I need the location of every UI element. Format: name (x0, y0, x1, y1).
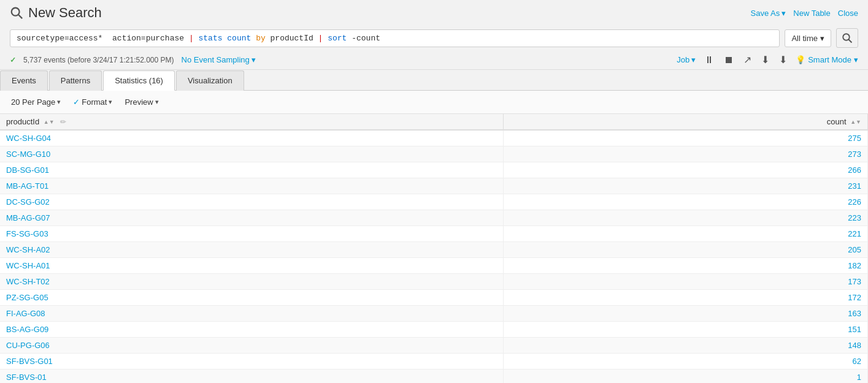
cell-count: 266 (503, 162, 867, 178)
table-row: SF-BVS-G0162 (0, 354, 868, 370)
table-header-row: productId ▲▼ ✏ count ▲▼ (0, 114, 868, 130)
table-row: BS-AG-G09151 (0, 322, 868, 338)
cell-count: 223 (503, 210, 867, 226)
status-left: ✓ 5,737 events (before 3/24/17 1:21:52.0… (10, 55, 256, 64)
cell-count: 172 (503, 290, 867, 306)
checkmark-icon: ✓ (73, 97, 80, 107)
cell-count: 148 (503, 338, 867, 354)
table-row: FI-AG-G08163 (0, 306, 868, 322)
svg-line-3 (848, 39, 851, 42)
table-row: MB-AG-T01231 (0, 178, 868, 194)
table-toolbar: 20 Per Page ▾ ✓ Format ▾ Preview ▾ (0, 91, 868, 114)
cell-productid[interactable]: BS-AG-G09 (0, 322, 503, 338)
events-count: 5,737 events (before 3/24/17 1:21:52.000… (23, 56, 174, 64)
table-row: WC-SH-T02173 (0, 274, 868, 290)
col-header-productid[interactable]: productId ▲▼ ✏ (0, 114, 503, 130)
table-row: WC-SH-A01182 (0, 258, 868, 274)
cell-productid[interactable]: FS-SG-G03 (0, 226, 503, 242)
cell-count: 182 (503, 258, 867, 274)
page-title: New Search (10, 5, 102, 21)
cell-count: 231 (503, 178, 867, 194)
cell-count: 62 (503, 354, 867, 370)
header: New Search Save As ▾ New Table Close (0, 0, 868, 26)
search-icon (10, 6, 23, 20)
save-button[interactable]: ⬇ (760, 54, 770, 66)
cell-productid[interactable]: WC-SH-A02 (0, 242, 503, 258)
tab-visualization[interactable]: Visualization (176, 70, 244, 91)
time-picker[interactable]: All time ▾ (785, 29, 831, 47)
cell-count: 273 (503, 146, 867, 162)
sort-icons-productid[interactable]: ▲▼ (44, 119, 55, 125)
preview-button[interactable]: Preview ▾ (121, 96, 162, 108)
pause-button[interactable]: ⏸ (703, 55, 715, 66)
status-right: Job ▾ ⏸ ⏹ ↗ ⬇ ⬇ 💡 Smart Mode ▾ (677, 54, 858, 66)
cell-productid[interactable]: DB-SG-G01 (0, 162, 503, 178)
table-row: PZ-SG-G05172 (0, 290, 868, 306)
table-row: DC-SG-G02226 (0, 194, 868, 210)
cell-productid[interactable]: PZ-SG-G05 (0, 290, 503, 306)
format-button[interactable]: ✓ Format ▾ (69, 96, 116, 108)
search-bar: sourcetype=access* action=purchase | sta… (0, 26, 868, 50)
cell-productid[interactable]: WC-SH-A01 (0, 258, 503, 274)
tab-events[interactable]: Events (0, 70, 48, 91)
cell-productid[interactable]: MB-AG-G07 (0, 210, 503, 226)
cell-productid[interactable]: FI-AG-G08 (0, 306, 503, 322)
cell-count: 221 (503, 226, 867, 242)
table-row: DB-SG-G01266 (0, 162, 868, 178)
search-button[interactable] (836, 28, 858, 48)
cell-productid[interactable]: WC-SH-G04 (0, 130, 503, 146)
cell-count: 226 (503, 194, 867, 210)
cell-count: 151 (503, 322, 867, 338)
save-as-button[interactable]: Save As ▾ (751, 9, 786, 18)
stop-button[interactable]: ⏹ (723, 55, 735, 66)
edit-column-icon[interactable]: ✏ (60, 118, 66, 126)
close-button[interactable]: Close (838, 9, 858, 18)
col-header-count[interactable]: count ▲▼ (503, 114, 867, 130)
cell-count: 205 (503, 242, 867, 258)
svg-line-1 (18, 15, 22, 18)
cell-productid[interactable]: CU-PG-G06 (0, 338, 503, 354)
status-check: ✓ (10, 56, 16, 64)
export-button[interactable]: ⬇ (778, 54, 788, 66)
table-row: SF-BVS-011 (0, 370, 868, 384)
header-actions: Save As ▾ New Table Close (751, 9, 858, 18)
svg-point-0 (12, 8, 20, 16)
cell-productid[interactable]: WC-SH-T02 (0, 274, 503, 290)
cell-productid[interactable]: SC-MG-G10 (0, 146, 503, 162)
tab-statistics[interactable]: Statistics (16) (103, 70, 175, 91)
search-input[interactable]: sourcetype=access* action=purchase | sta… (10, 29, 780, 47)
cell-count: 275 (503, 130, 867, 146)
tabs: Events Patterns Statistics (16) Visualiz… (0, 70, 868, 91)
cell-count: 163 (503, 306, 867, 322)
cell-productid[interactable]: SF-BVS-01 (0, 370, 503, 384)
status-bar: ✓ 5,737 events (before 3/24/17 1:21:52.0… (0, 50, 868, 70)
tab-patterns[interactable]: Patterns (49, 70, 102, 91)
table-row: WC-SH-G04275 (0, 130, 868, 146)
new-table-button[interactable]: New Table (793, 9, 830, 18)
smart-mode-button[interactable]: 💡 Smart Mode ▾ (796, 55, 858, 64)
cell-productid[interactable]: SF-BVS-G01 (0, 354, 503, 370)
table-row: WC-SH-A02205 (0, 242, 868, 258)
table-row: CU-PG-G06148 (0, 338, 868, 354)
table-row: SC-MG-G10273 (0, 146, 868, 162)
table-row: FS-SG-G03221 (0, 226, 868, 242)
svg-point-2 (843, 34, 850, 40)
table-section: 20 Per Page ▾ ✓ Format ▾ Preview ▾ produ… (0, 91, 868, 383)
sort-icons-count[interactable]: ▲▼ (850, 119, 861, 125)
cell-productid[interactable]: MB-AG-T01 (0, 178, 503, 194)
per-page-button[interactable]: 20 Per Page ▾ (7, 96, 64, 108)
cell-count: 1 (503, 370, 867, 384)
share-button[interactable]: ↗ (742, 54, 753, 66)
search-submit-icon (842, 32, 853, 44)
no-event-sampling-button[interactable]: No Event Sampling ▾ (182, 55, 256, 64)
job-button[interactable]: Job ▾ (677, 55, 696, 64)
table-row: MB-AG-G07223 (0, 210, 868, 226)
cell-productid[interactable]: DC-SG-G02 (0, 194, 503, 210)
results-table: productId ▲▼ ✏ count ▲▼ WC-SH-G04275SC-M… (0, 114, 868, 383)
cell-count: 173 (503, 274, 867, 290)
